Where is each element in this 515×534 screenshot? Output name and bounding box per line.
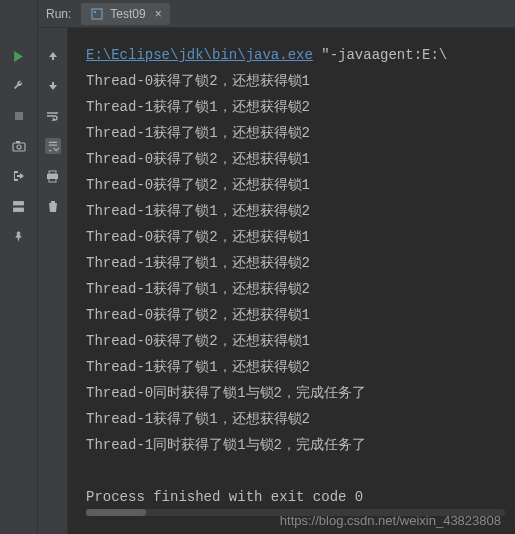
java-path-link[interactable]: E:\Eclipse\jdk\bin\java.exe bbox=[86, 47, 313, 63]
output-line: Thread-1获得了锁1，还想获得锁2 bbox=[86, 198, 515, 224]
exit-icon[interactable] bbox=[11, 168, 27, 184]
camera-icon[interactable] bbox=[11, 138, 27, 154]
output-line: Thread-1获得了锁1，还想获得锁2 bbox=[86, 120, 515, 146]
svg-rect-7 bbox=[13, 207, 24, 211]
output-line: Thread-1同时获得了锁1与锁2，完成任务了 bbox=[86, 432, 515, 458]
output-line: Thread-0获得了锁2，还想获得锁1 bbox=[86, 68, 515, 94]
svg-rect-1 bbox=[94, 11, 96, 13]
svg-rect-5 bbox=[16, 141, 20, 143]
pin-icon[interactable] bbox=[11, 228, 27, 244]
output-line: Thread-1获得了锁1，还想获得锁2 bbox=[86, 354, 515, 380]
print-icon[interactable] bbox=[45, 168, 61, 184]
scrollbar-thumb[interactable] bbox=[86, 509, 146, 516]
output-line: Thread-1获得了锁1，还想获得锁2 bbox=[86, 94, 515, 120]
output-line: Thread-1获得了锁1，还想获得锁2 bbox=[86, 406, 515, 432]
output-line: Thread-0获得了锁2，还想获得锁1 bbox=[86, 224, 515, 250]
svg-rect-3 bbox=[13, 143, 25, 151]
tab-test09[interactable]: Test09 × bbox=[81, 3, 169, 25]
down-arrow-icon[interactable] bbox=[45, 78, 61, 94]
output-line: Thread-1获得了锁1，还想获得锁2 bbox=[86, 250, 515, 276]
command-line: E:\Eclipse\jdk\bin\java.exe "-javaagent:… bbox=[86, 42, 515, 68]
wrench-icon[interactable] bbox=[11, 78, 27, 94]
up-arrow-icon[interactable] bbox=[45, 48, 61, 64]
output-line: Thread-0获得了锁2，还想获得锁1 bbox=[86, 328, 515, 354]
svg-rect-6 bbox=[13, 201, 24, 205]
blank-line bbox=[86, 458, 515, 484]
trash-icon[interactable] bbox=[45, 198, 61, 214]
console-output[interactable]: E:\Eclipse\jdk\bin\java.exe "-javaagent:… bbox=[68, 28, 515, 534]
output-line: Thread-0获得了锁2，还想获得锁1 bbox=[86, 302, 515, 328]
exit-line: Process finished with exit code 0 bbox=[86, 484, 515, 510]
horizontal-scrollbar[interactable] bbox=[86, 509, 505, 516]
layout-icon[interactable] bbox=[11, 198, 27, 214]
scroll-to-end-icon[interactable] bbox=[45, 138, 61, 154]
play-icon[interactable] bbox=[11, 48, 27, 64]
config-icon bbox=[89, 6, 105, 22]
stop-icon[interactable] bbox=[11, 108, 27, 124]
svg-rect-0 bbox=[92, 9, 102, 19]
wrap-icon[interactable] bbox=[45, 108, 61, 124]
tab-bar: Run: Test09 × bbox=[38, 0, 515, 28]
tab-label: Test09 bbox=[110, 7, 145, 21]
output-line: Thread-0获得了锁2，还想获得锁1 bbox=[86, 172, 515, 198]
run-label: Run: bbox=[46, 7, 71, 21]
output-line: Thread-0同时获得了锁1与锁2，完成任务了 bbox=[86, 380, 515, 406]
output-line: Thread-1获得了锁1，还想获得锁2 bbox=[86, 276, 515, 302]
svg-rect-2 bbox=[15, 112, 23, 120]
output-line: Thread-0获得了锁2，还想获得锁1 bbox=[86, 146, 515, 172]
left-toolbar bbox=[0, 0, 38, 534]
java-args: "-javaagent:E:\ bbox=[313, 47, 447, 63]
svg-point-4 bbox=[17, 145, 21, 149]
svg-rect-8 bbox=[49, 171, 56, 174]
close-icon[interactable]: × bbox=[155, 7, 162, 21]
run-toolbar bbox=[38, 28, 68, 534]
